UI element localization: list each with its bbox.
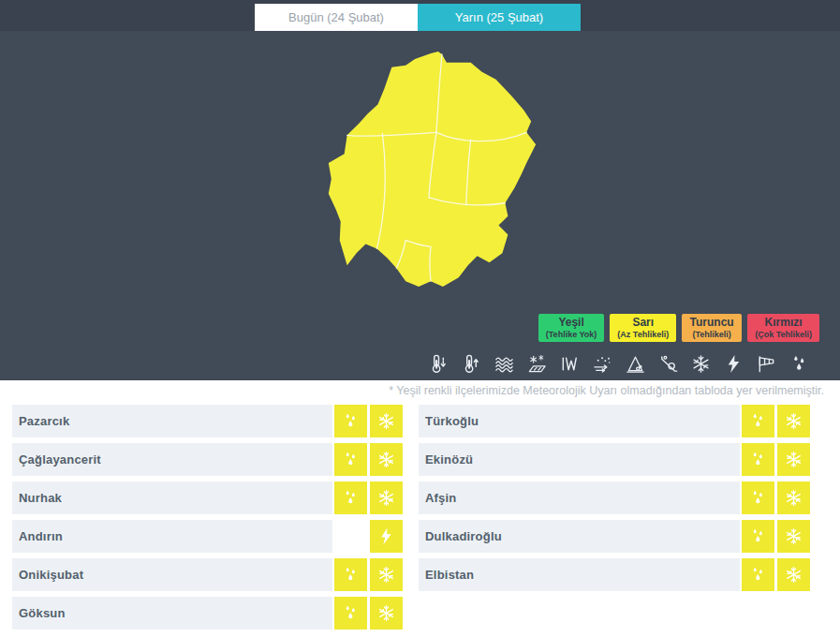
district-row-andirin[interactable]: Andırın <box>12 520 403 553</box>
district-name: Göksun <box>12 597 332 630</box>
lightning-icon <box>370 520 403 553</box>
rain-icon <box>742 520 774 553</box>
district-name: Dulkadiroğlu <box>419 520 740 553</box>
district-table-right: Türkoğlu Ekinözü <box>419 405 810 597</box>
green-districts-note: * Yeşil renkli ilçelerimizde Meteoroloji… <box>389 384 824 397</box>
rough-sea-icon <box>494 353 515 375</box>
district-name: Pazarcık <box>12 405 332 437</box>
legend-item-red: Kırmızı (Çok Tehlikeli) <box>747 314 819 342</box>
district-row-afsin[interactable]: Afşin <box>419 481 810 514</box>
district-name: Andırın <box>12 520 332 553</box>
district-warnings <box>334 443 403 476</box>
legend-title: Kırmızı <box>755 316 812 330</box>
snowflake-icon <box>777 481 810 514</box>
rain-icon <box>334 481 367 514</box>
rain-icon <box>742 558 774 591</box>
district-name: Çağlayancerit <box>12 443 332 476</box>
temperature-rise-icon <box>461 353 482 375</box>
snowflake-icon <box>370 481 403 514</box>
district-warnings <box>334 597 403 630</box>
frost-ice-icon <box>690 353 712 375</box>
district-warnings <box>334 405 403 437</box>
district-name: Türkoğlu <box>419 405 740 437</box>
snowflake-icon <box>777 405 810 437</box>
weather-warning-page: Bugün (24 Şubat) Yarın (25 Şubat) <box>0 0 840 637</box>
legend-subtitle: (Az Tehlikeli) <box>617 330 669 339</box>
legend-title: Turuncu <box>689 316 734 330</box>
legend-subtitle: (Tehlikeli) <box>689 330 734 339</box>
legend-subtitle: (Tehlike Yok) <box>546 330 597 339</box>
rain-icon <box>334 443 367 476</box>
district-warnings <box>742 481 810 514</box>
legend-subtitle: (Çok Tehlikeli) <box>755 330 812 339</box>
rockfall-icon <box>657 353 679 375</box>
district-warnings <box>334 520 403 553</box>
district-row-caglayancerit[interactable]: Çağlayancerit <box>12 443 403 476</box>
district-row-goksun[interactable]: Göksun <box>12 597 403 630</box>
map-panel: Bugün (24 Şubat) Yarın (25 Şubat) <box>0 0 840 380</box>
district-warnings <box>742 558 810 591</box>
legend-item-orange: Turuncu (Tehlikeli) <box>682 314 742 342</box>
agricultural-frost-icon <box>526 353 548 375</box>
district-name: Onikişubat <box>12 558 332 591</box>
blowing-snow-icon <box>592 353 613 375</box>
district-name: Elbistan <box>419 558 740 591</box>
tab-tomorrow[interactable]: Yarın (25 Şubat) <box>418 4 581 31</box>
snowflake-icon <box>370 443 403 476</box>
rain-icon <box>742 405 774 437</box>
tab-today[interactable]: Bugün (24 Şubat) <box>255 4 418 31</box>
province-map[interactable] <box>318 47 543 298</box>
district-warnings <box>742 405 810 437</box>
strong-wind-icon <box>559 353 581 375</box>
snowflake-icon <box>777 520 810 553</box>
district-table-left: Pazarcık Çağlayancerit <box>12 405 403 635</box>
district-row-dulkadiroglu[interactable]: Dulkadiroğlu <box>419 520 810 553</box>
storm-windsock-icon <box>756 353 777 375</box>
snowflake-icon <box>777 558 810 591</box>
thunderstorm-icon <box>723 353 744 375</box>
legend-title: Yeşil <box>546 316 597 330</box>
district-warnings <box>334 481 403 514</box>
snowflake-icon <box>370 405 403 437</box>
day-tabs: Bugün (24 Şubat) Yarın (25 Şubat) <box>255 4 581 31</box>
precipitation-icon <box>788 353 810 375</box>
temperature-drop-icon <box>428 353 449 375</box>
legend-title: Sarı <box>617 316 669 330</box>
rain-icon <box>334 597 367 630</box>
district-row-nurhak[interactable]: Nurhak <box>12 481 403 514</box>
province-map-shape[interactable] <box>329 52 536 287</box>
warning-legend: Yeşil (Tehlike Yok) Sarı (Az Tehlikeli) … <box>538 314 819 342</box>
rain-icon <box>742 481 774 514</box>
legend-item-yellow: Sarı (Az Tehlikeli) <box>610 314 676 342</box>
district-row-onikisubat[interactable]: Onikişubat <box>12 558 403 591</box>
district-name: Afşin <box>419 481 740 514</box>
snowflake-icon <box>370 558 403 591</box>
district-row-turkoglu[interactable]: Türkoğlu <box>419 405 810 437</box>
warning-type-icon-row <box>428 353 810 375</box>
district-name: Ekinözü <box>419 443 740 476</box>
legend-item-green: Yeşil (Tehlike Yok) <box>538 314 605 342</box>
district-warnings <box>742 443 810 476</box>
snowflake-icon <box>777 443 810 476</box>
district-warnings <box>742 520 810 553</box>
rain-icon <box>742 443 774 476</box>
district-row-ekinozu[interactable]: Ekinözü <box>419 443 810 476</box>
snowflake-icon <box>370 597 403 630</box>
avalanche-icon <box>625 353 646 375</box>
district-row-elbistan[interactable]: Elbistan <box>419 558 810 591</box>
district-row-pazarcik[interactable]: Pazarcık <box>12 405 403 437</box>
district-name: Nurhak <box>12 481 332 514</box>
rain-icon <box>334 558 367 591</box>
district-warnings <box>334 558 403 591</box>
rain-icon <box>334 405 367 437</box>
